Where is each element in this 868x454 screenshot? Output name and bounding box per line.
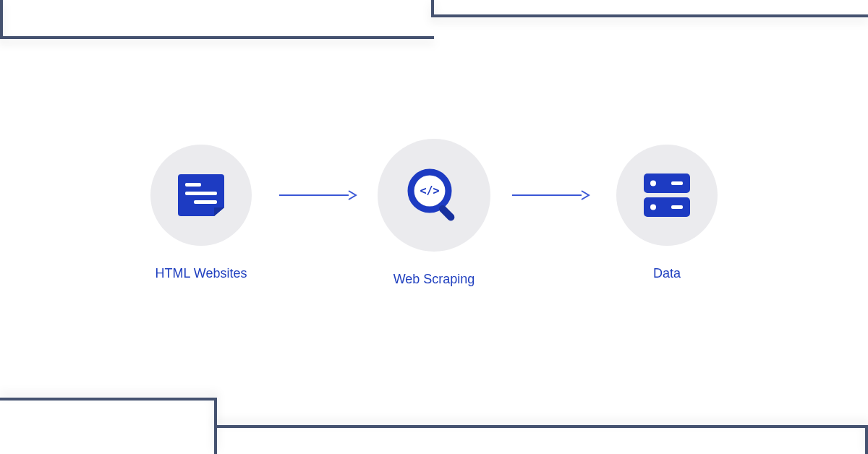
frame-border-bottom-left — [0, 398, 217, 454]
arrow-icon — [511, 145, 590, 246]
svg-rect-2 — [194, 200, 217, 204]
svg-rect-1 — [185, 192, 217, 195]
step-web-scraping: </> Web Scraping — [378, 145, 490, 287]
svg-rect-14 — [671, 205, 683, 209]
step-circle: </> — [378, 139, 490, 252]
process-diagram: HTML Websites </> Web Scraping — [0, 145, 868, 287]
arrow-icon — [278, 145, 357, 246]
step-circle — [150, 145, 252, 246]
server-icon — [644, 174, 690, 217]
frame-border-top-left — [0, 0, 434, 39]
svg-rect-12 — [671, 181, 683, 185]
step-data: Data — [610, 145, 723, 281]
svg-rect-0 — [185, 183, 201, 187]
document-icon — [178, 174, 224, 216]
svg-text:</>: </> — [420, 184, 439, 197]
step-label: Web Scraping — [393, 272, 475, 287]
svg-rect-6 — [438, 204, 456, 222]
svg-point-13 — [650, 205, 656, 210]
step-circle — [616, 145, 718, 246]
frame-border-top-right — [431, 0, 868, 17]
frame-border-bottom-right — [214, 425, 868, 454]
step-label: HTML Websites — [155, 266, 247, 281]
svg-point-11 — [650, 181, 656, 187]
code-magnifier-icon: </> — [407, 168, 461, 223]
step-label: Data — [653, 266, 681, 281]
step-html-websites: HTML Websites — [145, 145, 258, 281]
